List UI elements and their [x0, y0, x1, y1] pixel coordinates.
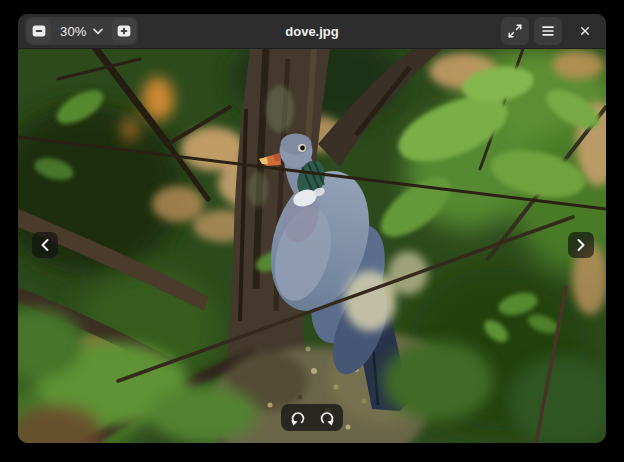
zoom-level-value: 30%: [60, 24, 87, 39]
chevron-down-icon: [93, 28, 103, 35]
header-right-controls: [501, 17, 606, 45]
zoom-level-dropdown[interactable]: 30%: [52, 19, 111, 43]
rotate-controls-bar: [281, 404, 343, 431]
zoom-in-button[interactable]: [112, 19, 136, 43]
chevron-left-icon: [38, 237, 52, 253]
zoom-out-icon: [29, 21, 49, 41]
desktop-backdrop: 30%: [0, 0, 624, 462]
main-menu-button[interactable]: [534, 17, 562, 45]
photo-dove: [18, 49, 606, 443]
rotate-clockwise-button[interactable]: [317, 408, 337, 428]
chevron-right-icon: [574, 237, 588, 253]
fullscreen-button[interactable]: [501, 17, 529, 45]
rotate-counterclockwise-icon: [289, 409, 307, 427]
zoom-in-icon: [114, 21, 134, 41]
image-view-area: [18, 49, 606, 443]
rotate-clockwise-icon: [318, 409, 336, 427]
close-icon: [576, 22, 594, 40]
zoom-out-button[interactable]: [27, 19, 51, 43]
window-title: dove.jpg: [285, 24, 338, 39]
fullscreen-expand-icon: [505, 21, 525, 41]
image-viewer-window: 30%: [18, 14, 606, 443]
next-image-button[interactable]: [568, 232, 594, 258]
close-window-button[interactable]: [573, 19, 597, 43]
image-canvas[interactable]: [18, 49, 606, 443]
header-bar: 30%: [18, 14, 606, 49]
rotate-counterclockwise-button[interactable]: [288, 408, 308, 428]
zoom-controls-group: 30%: [25, 17, 138, 45]
previous-image-button[interactable]: [32, 232, 58, 258]
hamburger-menu-icon: [538, 21, 558, 41]
